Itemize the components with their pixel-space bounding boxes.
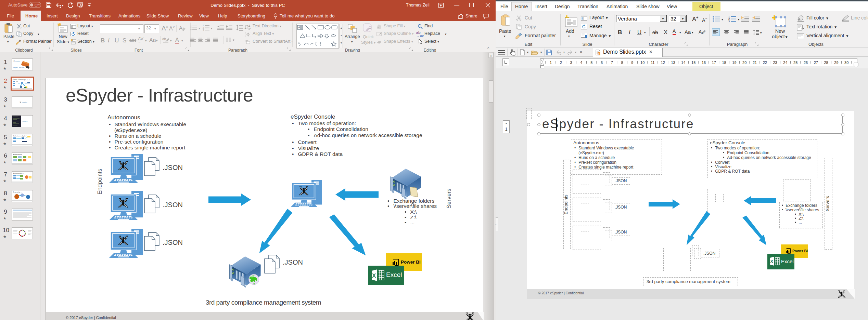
- svg-text:.JSON: .JSON: [15, 81, 18, 82]
- svg-text:30: 30: [844, 61, 848, 65]
- svg-text:6: 6: [601, 61, 603, 65]
- svg-text:14: 14: [681, 61, 685, 65]
- svg-text:26: 26: [804, 61, 808, 65]
- svg-text:9: 9: [631, 61, 633, 65]
- svg-text:27: 27: [814, 61, 818, 65]
- svg-text:Anwendungsfälle: Anwendungsfälle: [13, 154, 22, 155]
- svg-text:espyder: espyder: [22, 101, 27, 103]
- svg-text:Technik …: Technik …: [22, 121, 28, 122]
- svg-text:24: 24: [783, 61, 787, 65]
- svg-text:28: 28: [824, 61, 828, 65]
- svg-text:21: 21: [753, 61, 757, 65]
- svg-text:7: 7: [611, 61, 613, 65]
- svg-text:✕: ✕: [13, 60, 15, 62]
- svg-text:25: 25: [793, 61, 797, 65]
- svg-text:✕: ✕: [20, 101, 21, 103]
- svg-text:3: 3: [570, 61, 572, 65]
- svg-text:Anwendungsfälle - …: Anwendungsfälle - …: [13, 173, 24, 174]
- svg-text:eSpyder – Ihre Daten …: eSpyder – Ihre Daten …: [13, 67, 26, 68]
- svg-text:12: 12: [661, 61, 665, 65]
- svg-text:A: A: [179, 25, 182, 31]
- svg-text:15: 15: [691, 61, 695, 65]
- svg-text:espyder: espyder: [15, 60, 21, 62]
- svg-text:X: X: [770, 259, 773, 264]
- svg-text:4: 4: [580, 61, 582, 65]
- svg-text:10: 10: [640, 61, 644, 65]
- svg-text:3: 3: [203, 29, 204, 31]
- svg-text:3: 3: [728, 20, 730, 23]
- svg-text:ab: ab: [162, 37, 166, 41]
- svg-text:A: A: [248, 24, 251, 28]
- svg-text:s: s: [598, 53, 600, 55]
- svg-text:16: 16: [702, 61, 706, 65]
- svg-text:29: 29: [834, 61, 838, 65]
- svg-text:19: 19: [732, 61, 736, 65]
- svg-text:8: 8: [621, 61, 623, 65]
- svg-text:Ausgangslage …: Ausgangslage …: [13, 191, 22, 193]
- svg-text:11: 11: [651, 61, 654, 65]
- svg-text:eSpyder Console: eSpyder Console: [23, 79, 30, 81]
- svg-text:5: 5: [590, 61, 592, 65]
- svg-text:A: A: [298, 26, 300, 29]
- svg-text:13: 13: [671, 61, 675, 65]
- svg-text:22: 22: [763, 61, 767, 65]
- svg-text:20: 20: [742, 61, 746, 65]
- svg-text:23: 23: [773, 61, 777, 65]
- svg-text:Wie funktioniert eSpyder?: Wie funktioniert eSpyder?: [13, 135, 26, 137]
- svg-text:18: 18: [722, 61, 726, 65]
- svg-text:X: X: [372, 272, 376, 279]
- svg-text:1: 1: [550, 61, 552, 65]
- svg-text:2: 2: [560, 61, 562, 65]
- svg-text:17: 17: [712, 61, 716, 65]
